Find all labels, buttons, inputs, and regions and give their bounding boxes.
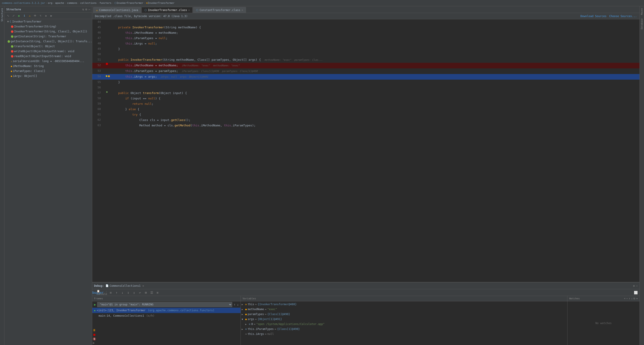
line-content-59: return null; [110,101,640,107]
visibility-icon[interactable]: 👁 [33,13,37,18]
tree-item-readobject[interactable]: 🔴 readObject(ObjectInputStream): void [4,54,92,59]
tree-item-constructor1[interactable]: 🔴 InvokerTransformer(String) [4,24,92,29]
mute-btn[interactable]: 🔇 [93,337,96,341]
tab-invoker[interactable]: ⬡ InvokerTransformer.class ✕ [142,7,192,13]
watches-add-btn[interactable]: + [624,297,626,300]
debug-settings-icon[interactable]: ⚙ [633,284,635,288]
database-label[interactable]: Database [640,17,644,31]
thread-up-icon[interactable]: ↑ [234,303,235,306]
debug-btn-up[interactable]: ↑ [114,290,119,295]
debug-btn-step-over[interactable]: ↧ [126,290,131,295]
watches-copy-btn[interactable]: ⧉ [634,297,635,300]
tree-item-imethodname[interactable]: ● iMethodName: String [4,64,92,69]
var-paramtypes-arrow: ▶ [242,313,245,316]
watches-infinity-btn[interactable]: ∞ [636,297,638,300]
breadcrumb-invokertransformer1[interactable]: InvokerTransformer [116,1,143,4]
code-editor[interactable]: 44 45 private InvokerTransformer(String … [92,19,640,282]
tab-invoker-close[interactable]: ✕ [188,9,190,11]
var-this[interactable]: ▶ ⊕ this = {InvokerTransformer@488} [241,302,567,307]
line-content-49: } [110,46,640,52]
watches-down-btn[interactable]: ↓ [631,297,633,300]
stop-program-btn[interactable]: ⏹ [93,333,96,337]
tree-item-transform[interactable]: 🟢 transform(Object): Object [4,44,92,49]
debug-btn-return[interactable]: ↩ [138,290,142,295]
expand-tree-icon[interactable]: ▶ [49,13,54,18]
debug-tab-close[interactable]: ✕ [142,284,144,288]
code-line-45: 45 private InvokerTransformer(String met… [92,25,640,30]
collapse-all-icon[interactable]: ⤢ [11,13,16,18]
line-gutter-54: ▶ [104,74,110,78]
pause-program-btn[interactable]: ⏸ [93,328,96,332]
breadcrumb-commons[interactable]: commons [67,1,78,4]
filter-icon[interactable]: ◈ [44,13,48,18]
line-content-56 [110,85,640,90]
resume-icon[interactable]: ▶ [94,303,96,306]
sort-icon[interactable]: ⇅ [82,8,84,11]
debug-btn-console[interactable]: 📋 Console [100,290,104,295]
debug-btn-menu[interactable]: ☰ [149,290,154,295]
line-num-52: 52 [92,63,104,68]
code-line-53: 53 this.iParamTypes = paramTypes; iParam… [92,68,640,74]
var-args-0-eq: = [254,323,256,326]
var-iparamtypes[interactable]: ▶ ≡ this.iParamTypes = {Class[1]@490} [241,327,567,332]
tree-item-getinstance2[interactable]: 🟢 getInstance(String, Class[], Object[])… [4,39,92,44]
transform-icon: 🟢 [11,45,14,48]
thread-select[interactable]: "main"@1 in group "main": RUNNING [97,302,232,307]
tree-item-constructor2[interactable]: 🔴 InvokerTransformer(String, Class[], Ob… [4,29,92,34]
debug-btn-grid[interactable]: ⊞ [143,290,148,295]
debug-panel: Debug: 📄 CommonsCollections1 ✕ ⚙ — Debug… [92,282,640,345]
expand-all-icon[interactable]: ⤡ [6,13,10,18]
var-methodname[interactable]: ▶ ● methodName = "exec" [241,307,567,312]
tab-constant-close[interactable]: ✕ [242,9,243,11]
var-args-0[interactable]: ▶ ≡ 0 = "open /System/Applications/Calcu… [241,322,567,327]
watches-remove-btn[interactable]: − [626,297,628,300]
frame-item-init[interactable]: ● <init>:123, InvokerTransformer (org.ap… [92,308,240,313]
debug-btn-step-up[interactable]: ↥ [132,290,136,295]
watches-up-btn[interactable]: ↑ [629,297,630,300]
tree-item-iparamtypes[interactable]: ● iParamTypes: Class[] [4,69,92,73]
maven-label[interactable]: Maven [640,6,644,17]
breadcrumb-functors[interactable]: functors [100,1,112,4]
warning-icon[interactable]: ⚠ [28,13,32,18]
breadcrumb-org[interactable]: org [48,1,52,4]
tree-item-iargs[interactable]: ● iArgs: Object[] [4,73,92,78]
settings2-icon[interactable]: ⚙ [93,342,96,345]
structure-header: Structure ⇅ ⚙ — [4,6,92,12]
tree-icon[interactable]: ⌥ [38,13,43,18]
tree-item-serial[interactable]: ⚠ serialVersionUID: long = -865338584689… [4,59,92,64]
breakpoint-dot-52[interactable] [106,63,108,65]
debug-btn-lines[interactable]: ≡ [108,290,113,295]
tree-root[interactable]: ▼ C InvokerTransformer [4,19,92,24]
thread-down-icon[interactable]: ↓ [237,303,239,306]
debug-btn-layout[interactable]: ⬜ [633,290,638,295]
tab-constant[interactable]: ⬡ ConstantTransformer.class ✕ [193,7,246,13]
structure-label[interactable]: Structure [0,6,4,23]
var-paramtypes[interactable]: ▶ ● paramTypes = {Class[1]@490} [241,312,567,317]
line-num-60: 60 [92,107,104,112]
var-iargs[interactable]: ∞ this.iArgs = null [241,332,567,337]
breadcrumb-collections[interactable]: collections [80,1,97,4]
navigate-icon[interactable]: ◉ [17,13,21,18]
debug-btn-list[interactable]: ≡ [155,290,160,295]
minimize-icon[interactable]: — [88,8,90,11]
debug-btn-down-arrow[interactable]: ↓ [120,290,125,295]
debug-minimize-icon[interactable]: — [636,284,638,288]
tree-root-label: InvokerTransformer [12,20,42,23]
breadcrumb-invokertransformer2[interactable]: InvokerTransformer [148,1,174,4]
breadcrumb-apache[interactable]: apache [55,1,64,4]
settings-icon[interactable]: ⚙ [85,8,87,11]
info-icon[interactable]: ℹ [22,13,26,18]
breadcrumb-jar[interactable]: commons-collections-3.2.2.jar [2,1,45,4]
choose-sources-link[interactable]: Choose Sources... [609,15,637,18]
getinstance2-label: getInstance(String, Class[], Object[]): … [11,40,92,43]
var-args[interactable]: ▼ ● args = {Object[1]@491} [241,317,567,322]
tree-item-getinstance1[interactable]: 🟢 getInstance(String): Transformer [4,34,92,39]
iargs-label: iArgs: Object[] [13,74,37,78]
frame-item-main[interactable]: main:14, CommonsCollections1 (x/h) [92,313,240,319]
line-content-61: try { [110,112,640,117]
watches-header: Watches + − ↑ ↓ ⧉ ∞ [568,296,640,301]
tab-commons[interactable]: ☕ CommonsCollections1.java [93,7,141,13]
constructor2-access-icon: 🔴 [11,30,14,33]
download-sources-link[interactable]: Download Sources [580,15,607,18]
tree-item-writeobject[interactable]: 🔴 writeObject(ObjectOutputStream): void [4,49,92,54]
